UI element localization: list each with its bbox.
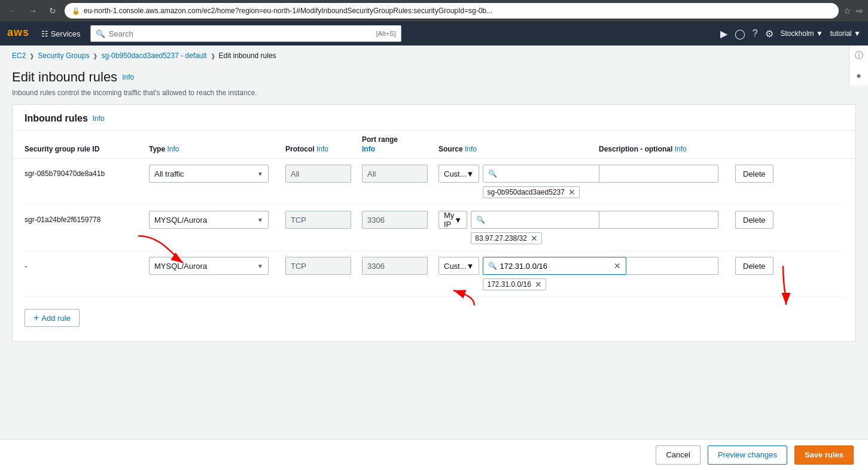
source-search-area-2: 🔍 83.97.27.238/32 ✕ — [471, 211, 614, 244]
source-cell-2: My IP ▼ 🔍 83.97.27.238/32 ✕ — [438, 211, 594, 244]
th-protocol: Protocol Info — [285, 145, 357, 153]
forward-button[interactable]: → — [25, 5, 41, 17]
search-bar[interactable]: 🔍 [Alt+S] — [90, 25, 401, 42]
th-source-info[interactable]: Info — [465, 145, 477, 153]
port-3: 3306 — [362, 257, 434, 275]
search-icon: 🔍 — [488, 169, 497, 178]
delete-button-3[interactable]: Delete — [735, 257, 773, 275]
remove-tag-2[interactable]: ✕ — [531, 234, 538, 242]
remove-tag-3[interactable]: ✕ — [535, 280, 542, 289]
table-body: sgr-085b790470de8a41b All traffic ▼ All … — [13, 159, 855, 341]
source-search-3[interactable]: 🔍 ✕ — [483, 257, 626, 275]
type-select-2[interactable]: MYSQL/Aurora ▼ — [149, 211, 281, 229]
type-select-1[interactable]: All traffic ▼ — [149, 165, 281, 183]
table-row: sgr-01a24bfe2f6159778 MYSQL/Aurora ▼ TCP… — [25, 205, 843, 251]
source-tag-2: 83.97.27.238/32 ✕ — [471, 232, 542, 244]
plus-icon: + — [33, 313, 39, 323]
chevron-icon: ▼ — [257, 263, 263, 269]
chevron-icon: ▼ — [467, 262, 474, 271]
bell-icon[interactable]: ◯ — [735, 28, 745, 40]
page-title: Edit inbound rules — [12, 69, 117, 85]
th-description-info[interactable]: Info — [675, 145, 687, 153]
delete-cell-1: Delete — [735, 165, 795, 183]
bookmark-icon[interactable]: ☆ — [843, 6, 851, 16]
delete-button-1[interactable]: Delete — [735, 165, 773, 183]
reload-button[interactable]: ↻ — [45, 5, 60, 17]
sidebar-info-icon[interactable]: ⓘ — [855, 50, 863, 61]
remove-tag-1[interactable]: ✕ — [568, 188, 575, 196]
rule-id-3: - — [25, 257, 144, 271]
source-search-input-2[interactable] — [488, 216, 609, 225]
clear-search-3[interactable]: ✕ — [614, 261, 621, 271]
add-rule-button[interactable]: + Add rule — [25, 309, 80, 327]
sidebar-history-icon[interactable]: ● — [856, 71, 861, 80]
table-row: sgr-085b790470de8a41b All traffic ▼ All … — [25, 159, 843, 205]
page-info-link[interactable]: Info — [122, 73, 134, 81]
inbound-rules-card: Inbound rules Info Security group rule I… — [12, 104, 856, 342]
source-type-2[interactable]: My IP ▼ — [438, 211, 467, 229]
breadcrumb-ec2[interactable]: EC2 — [12, 51, 26, 60]
terminal-icon[interactable]: ▶ — [720, 28, 727, 40]
description-1[interactable] — [599, 165, 730, 183]
th-port-range: Port range Info — [362, 135, 434, 153]
help-icon[interactable]: ? — [753, 28, 758, 39]
th-protocol-info[interactable]: Info — [316, 145, 328, 153]
th-port-info[interactable]: Info — [362, 145, 434, 153]
card-header: Inbound rules Info — [13, 105, 855, 131]
source-search-2[interactable]: 🔍 — [471, 211, 614, 229]
top-nav: aws ☷ Services 🔍 [Alt+S] ▶ ◯ ? ⚙ Stockho… — [0, 22, 868, 46]
region-selector[interactable]: Stockholm ▼ — [781, 29, 823, 38]
chevron-icon: ▼ — [257, 217, 263, 223]
type-dropdown-2[interactable]: MYSQL/Aurora ▼ — [149, 211, 269, 229]
breadcrumb-sg-link[interactable]: sg-0b950dacd3aed5237 - default — [101, 51, 206, 60]
breadcrumb-current: Edit inbound rules — [219, 51, 276, 60]
url-bar[interactable]: 🔒 eu-north-1.console.aws.amazon.com/ec2/… — [65, 3, 839, 19]
description-2[interactable] — [599, 211, 730, 229]
rule-id-1: sgr-085b790470de8a41b — [25, 165, 144, 178]
share-icon[interactable]: ⇨ — [856, 6, 863, 16]
type-dropdown-3[interactable]: MYSQL/Aurora ▼ — [149, 257, 269, 275]
account-menu[interactable]: tutorial ▼ — [830, 29, 861, 38]
port-field-1: All — [362, 165, 428, 183]
table-row: - MYSQL/Aurora ▼ TCP 3306 Cust... ▼ — [25, 251, 843, 297]
th-rule-id: Security group rule ID — [25, 145, 144, 153]
breadcrumb-security-groups[interactable]: Security Groups — [38, 51, 89, 60]
card-info-link[interactable]: Info — [93, 114, 105, 123]
source-tag-3: 172.31.0.0/16 ✕ — [483, 278, 546, 290]
aws-logo: aws — [7, 29, 29, 39]
chevron-icon: ▼ — [257, 171, 263, 177]
source-type-1[interactable]: Cust... ▼ — [438, 165, 479, 183]
delete-cell-2: Delete — [735, 211, 795, 229]
th-description: Description - optional Info — [599, 145, 730, 153]
source-search-input-3[interactable] — [500, 262, 611, 271]
port-1: All — [362, 165, 434, 183]
port-2: 3306 — [362, 211, 434, 229]
table-header-row: Security group rule ID Type Info Protoco… — [13, 131, 855, 159]
page-header: Edit inbound rules Info — [0, 63, 868, 87]
search-icon: 🔍 — [488, 262, 497, 270]
url-text: eu-north-1.console.aws.amazon.com/ec2/ho… — [84, 7, 832, 15]
add-rule-section: + Add rule — [25, 297, 843, 341]
protocol-2: TCP — [285, 211, 357, 229]
protocol-field-3: TCP — [285, 257, 351, 275]
breadcrumb: EC2 ❱ Security Groups ❱ sg-0b950dacd3aed… — [0, 46, 868, 63]
description-input-2[interactable] — [599, 211, 718, 229]
source-type-3[interactable]: Cust... ▼ — [438, 257, 479, 275]
protocol-1: All — [285, 165, 357, 183]
th-type-info[interactable]: Info — [167, 145, 179, 153]
th-source: Source Info — [438, 145, 594, 153]
services-menu[interactable]: ☷ Services — [36, 27, 85, 41]
chevron-icon: ▼ — [467, 169, 474, 178]
port-field-3: 3306 — [362, 257, 428, 275]
source-cell-1: Cust... ▼ 🔍 sg-0b950dacd3aed5237 ✕ — [438, 165, 594, 198]
port-field-2: 3306 — [362, 211, 428, 229]
browser-bar: ← → ↻ 🔒 eu-north-1.console.aws.amazon.co… — [0, 0, 868, 22]
type-dropdown-1[interactable]: All traffic ▼ — [149, 165, 269, 183]
search-input[interactable] — [109, 29, 376, 38]
type-select-3[interactable]: MYSQL/Aurora ▼ — [149, 257, 281, 275]
description-input-1[interactable] — [599, 165, 718, 183]
back-button[interactable]: ← — [5, 5, 20, 17]
protocol-field-2: TCP — [285, 211, 351, 229]
delete-button-2[interactable]: Delete — [735, 211, 773, 229]
settings-icon[interactable]: ⚙ — [765, 28, 773, 40]
